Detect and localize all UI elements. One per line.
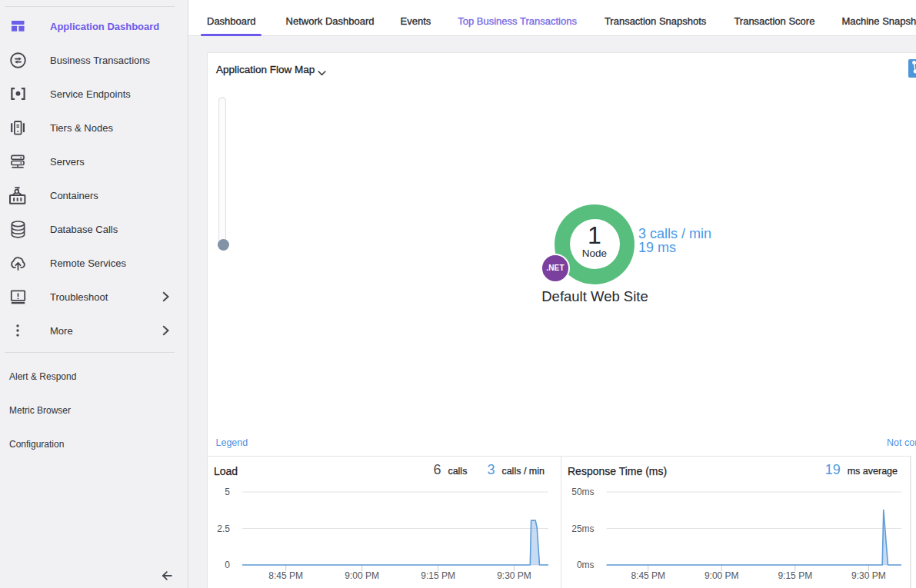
svg-text:25ms: 25ms (571, 523, 594, 534)
sidebar-top-divider (5, 6, 175, 7)
tab-network-dashboard[interactable]: Network Dashboard (286, 0, 375, 36)
arrow-left-icon (161, 571, 173, 584)
svg-text:5: 5 (225, 487, 230, 497)
tab-transaction-score[interactable]: Transaction Score (734, 0, 814, 36)
sidebar-item-label: Tiers & Nodes (50, 122, 113, 134)
containers-icon (9, 187, 26, 204)
node-name: Default Web Site (478, 288, 712, 305)
chevron-down-icon[interactable] (317, 66, 327, 73)
application-dashboard-icon (9, 18, 26, 35)
tab-transaction-snapshots[interactable]: Transaction Snapshots (605, 0, 706, 36)
node-count-label: Node (570, 247, 620, 259)
node-count: 1 (570, 223, 620, 247)
load-chart: Load 6 calls 3 calls / min 52.508:45 PM9… (208, 457, 561, 588)
sidebar-item-service-endpoints[interactable]: Service Endpoints (0, 77, 188, 111)
svg-text:50ms: 50ms (571, 487, 594, 497)
svg-text:2.5: 2.5 (217, 523, 230, 534)
sidebar-item-label: Business Transactions (50, 55, 150, 66)
dotnet-badge: .NET (541, 254, 570, 283)
svg-text:9:30 PM: 9:30 PM (497, 570, 531, 581)
troubleshoot-icon (9, 288, 26, 305)
main-content: Dashboard Network Dashboard Events Top B… (188, 0, 916, 588)
sidebar-item-database-calls[interactable]: Database Calls (0, 212, 188, 246)
flow-map-view-button[interactable] (908, 59, 916, 78)
sidebar-item-remote-services[interactable]: Remote Services (0, 246, 188, 280)
sidebar-links: Alert & Respond Metric Browser Configura… (0, 360, 188, 461)
app-window: Application Dashboard Business Transacti… (0, 0, 916, 588)
remote-services-icon (9, 254, 26, 271)
sidebar-item-label: Database Calls (50, 224, 118, 235)
svg-text:9:00 PM: 9:00 PM (704, 570, 739, 581)
svg-text:9:15 PM: 9:15 PM (421, 570, 455, 581)
legend-link[interactable]: Legend (216, 437, 248, 448)
sidebar-item-servers[interactable]: Servers (0, 145, 188, 178)
tab-dashboard[interactable]: Dashboard (207, 0, 256, 36)
tab-bar: Dashboard Network Dashboard Events Top B… (188, 0, 916, 36)
sidebar: Application Dashboard Business Transacti… (0, 0, 188, 588)
sidebar-item-label: More (50, 325, 73, 337)
response-time-chart-plot[interactable]: 50ms25ms0ms8:45 PM9:00 PM9:15 PM9:30 PM (561, 457, 911, 588)
response-time-chart: Response Time (ms) 19 ms average 50ms25m… (561, 457, 911, 588)
dotnet-badge-label: .NET (546, 264, 565, 272)
sidebar-mid-divider (5, 352, 175, 353)
node-inner-circle: 1 Node (570, 219, 620, 269)
network-graph-icon (911, 60, 916, 77)
svg-text:9:15 PM: 9:15 PM (778, 570, 812, 581)
node-metric-calls: 3 calls / min (638, 227, 711, 241)
tiers-nodes-icon (9, 119, 26, 136)
servers-icon (9, 153, 26, 170)
sidebar-item-more[interactable]: More (0, 314, 188, 347)
sidebar-menu: Application Dashboard Business Transacti… (0, 9, 188, 347)
sidebar-link-configuration[interactable]: Configuration (0, 427, 188, 461)
sidebar-item-label: Servers (50, 156, 85, 168)
sidebar-item-label: Application Dashboard (50, 21, 159, 32)
tab-top-business-transactions[interactable]: Top Business Transactions (458, 0, 577, 36)
svg-text:9:30 PM: 9:30 PM (851, 570, 886, 581)
node-metric-time: 19 ms (638, 241, 711, 255)
load-chart-plot[interactable]: 52.508:45 PM9:00 PM9:15 PM9:30 PM (208, 457, 561, 588)
svg-text:0: 0 (225, 560, 230, 570)
sidebar-item-label: Troubleshoot (50, 291, 108, 303)
sidebar-item-application-dashboard[interactable]: Application Dashboard (0, 9, 188, 43)
sidebar-item-containers[interactable]: Containers (0, 178, 188, 212)
svg-text:0ms: 0ms (577, 560, 595, 570)
node-metrics: 3 calls / min 19 ms (638, 227, 711, 255)
chevron-right-icon (160, 291, 172, 303)
sidebar-link-alert-respond[interactable]: Alert & Respond (0, 360, 188, 394)
sidebar-link-metric-browser[interactable]: Metric Browser (0, 394, 188, 427)
chevron-right-icon (160, 325, 172, 337)
sidebar-item-label: Remote Services (50, 257, 126, 269)
tab-events[interactable]: Events (401, 0, 431, 36)
svg-text:9:00 PM: 9:00 PM (345, 570, 379, 581)
flow-map-panel: Application Flow Map 1 Node .NET 3 calls… (207, 52, 916, 457)
sidebar-item-troubleshoot[interactable]: Troubleshoot (0, 280, 188, 314)
svg-text:8:45 PM: 8:45 PM (631, 570, 665, 581)
more-icon (9, 322, 26, 339)
charts-panel: Load 6 calls 3 calls / min 52.508:45 PM9… (207, 457, 911, 588)
business-transactions-icon (9, 51, 26, 68)
zoom-slider-track[interactable] (218, 97, 226, 248)
not-comparing-link[interactable]: Not comparing (887, 437, 916, 448)
svg-text:8:45 PM: 8:45 PM (268, 570, 303, 581)
sidebar-item-label: Containers (50, 190, 98, 201)
service-endpoints-icon (9, 85, 26, 102)
collapse-sidebar-button[interactable] (161, 570, 173, 582)
sidebar-item-business-transactions[interactable]: Business Transactions (0, 43, 188, 77)
flow-map-title[interactable]: Application Flow Map (216, 64, 315, 75)
sidebar-item-label: Service Endpoints (50, 88, 131, 100)
zoom-slider-handle[interactable] (218, 239, 229, 251)
right-gutter (911, 456, 916, 588)
tab-machine-snapshots[interactable]: Machine Snapshots (841, 0, 916, 36)
sidebar-item-tiers-nodes[interactable]: Tiers & Nodes (0, 111, 188, 145)
database-calls-icon (9, 221, 26, 238)
